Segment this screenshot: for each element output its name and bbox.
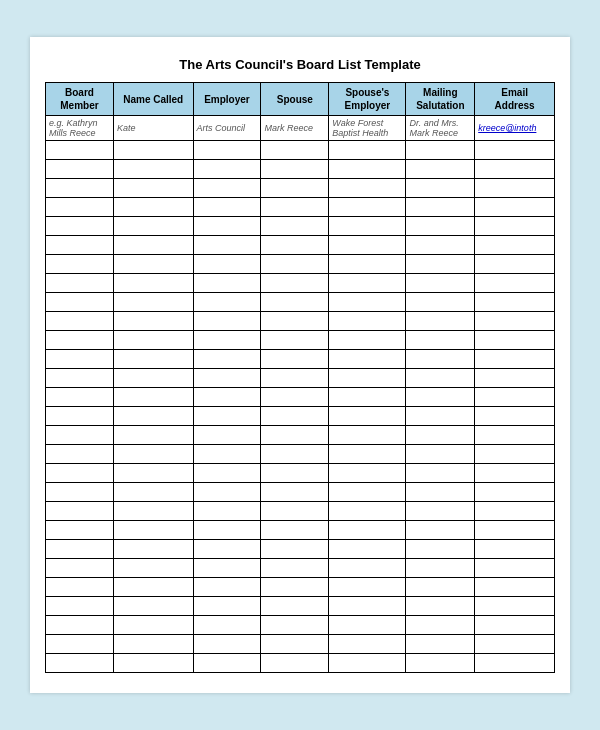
table-row [46, 654, 555, 673]
table-row [46, 388, 555, 407]
col-header-name-called: Name Called [113, 83, 193, 116]
table-row [46, 559, 555, 578]
col-header-board-member: BoardMember [46, 83, 114, 116]
page-title: The Arts Council's Board List Template [45, 57, 555, 72]
col-header-spouse: Spouse [261, 83, 329, 116]
table-row [46, 464, 555, 483]
table-row [46, 635, 555, 654]
table-row [46, 274, 555, 293]
table-row [46, 502, 555, 521]
table-row [46, 426, 555, 445]
table-row [46, 179, 555, 198]
table-row [46, 597, 555, 616]
table-row [46, 217, 555, 236]
table-row [46, 445, 555, 464]
table-header-row: BoardMember Name Called Employer Spouse … [46, 83, 555, 116]
table-row-example: e.g. KathrynMills Reece Kate Arts Counci… [46, 116, 555, 141]
table-row [46, 198, 555, 217]
page-container: The Arts Council's Board List Template B… [30, 37, 570, 693]
table-row [46, 369, 555, 388]
cell-spouse-example: Mark Reece [261, 116, 329, 141]
cell-spouses-employer-example: Wake ForestBaptist Health [329, 116, 406, 141]
cell-mailing-salutation-example: Dr. and Mrs.Mark Reece [406, 116, 475, 141]
cell-name-called-example: Kate [113, 116, 193, 141]
table-row [46, 616, 555, 635]
table-row [46, 160, 555, 179]
table-row [46, 312, 555, 331]
table-row [46, 521, 555, 540]
table-row [46, 331, 555, 350]
table-row [46, 350, 555, 369]
table-row [46, 407, 555, 426]
table-row [46, 255, 555, 274]
board-table: BoardMember Name Called Employer Spouse … [45, 82, 555, 673]
col-header-email: EmailAddress [475, 83, 555, 116]
table-row [46, 141, 555, 160]
table-row [46, 236, 555, 255]
table-row [46, 578, 555, 597]
table-row [46, 293, 555, 312]
col-header-mailing-salutation: MailingSalutation [406, 83, 475, 116]
cell-board-member-example: e.g. KathrynMills Reece [46, 116, 114, 141]
col-header-spouses-employer: Spouse'sEmployer [329, 83, 406, 116]
table-row [46, 540, 555, 559]
col-header-employer: Employer [193, 83, 261, 116]
cell-email-example: kreece@intoth [475, 116, 555, 141]
cell-employer-example: Arts Council [193, 116, 261, 141]
table-row [46, 483, 555, 502]
